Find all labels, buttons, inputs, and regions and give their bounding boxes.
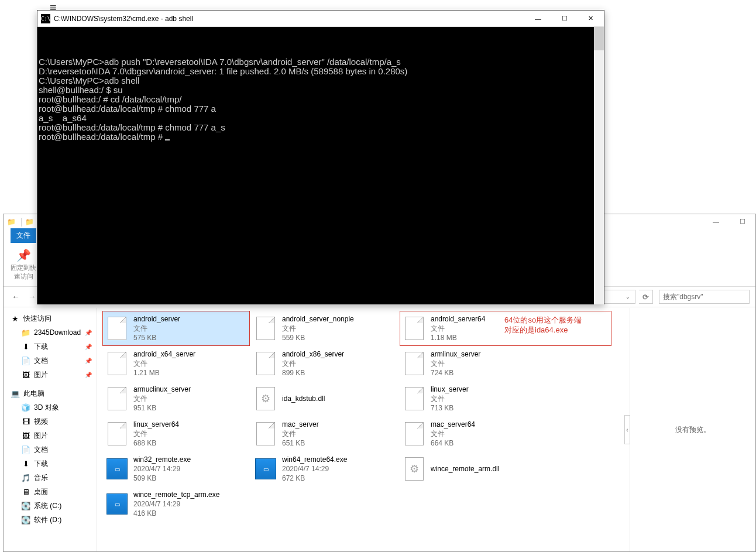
pc-icon: 💻 — [11, 389, 20, 398]
file-item[interactable]: linux_server64文件688 KB — [103, 417, 249, 451]
pin-icon: 📌 — [16, 248, 31, 262]
file-item[interactable]: android_server64文件1.18 MB64位的so用这个服务端对应的… — [400, 311, 611, 345]
sidebar-item[interactable]: ⬇下载 — [4, 457, 97, 471]
file-item[interactable]: mac_server文件651 KB — [252, 417, 398, 451]
file-icon — [404, 386, 425, 411]
sidebar-item[interactable]: 💽软件 (D:) — [4, 513, 97, 527]
pin-icon: 📌 — [85, 330, 92, 336]
preview-empty-text: 没有预览。 — [675, 425, 710, 435]
file-item[interactable]: linux_server文件713 KB — [400, 382, 611, 416]
file-name: mac_server — [282, 420, 319, 429]
item-icon: ⬇ — [21, 342, 30, 351]
cmd-window: C:\ C:\WINDOWS\system32\cmd.exe - adb sh… — [37, 10, 604, 304]
file-type: 2020/4/7 14:29 — [133, 464, 191, 474]
sidebar-this-pc[interactable]: 💻此电脑 — [4, 386, 97, 400]
sidebar-item[interactable]: 🖥桌面 — [4, 485, 97, 499]
file-name: win64_remote64.exe — [282, 455, 347, 464]
file-type: 文件 — [282, 429, 319, 438]
file-size: 713 KB — [431, 403, 469, 413]
file-type: 文件 — [133, 429, 179, 438]
file-name: linux_server — [431, 385, 469, 394]
star-icon: ★ — [11, 314, 20, 323]
file-icon — [255, 421, 276, 446]
sidebar-item[interactable]: 🎞视频 — [4, 414, 97, 428]
file-name: android_x64_server — [133, 349, 195, 359]
item-icon: 📄 — [21, 356, 30, 365]
file-size: 559 KB — [282, 333, 354, 342]
maximize-button[interactable]: ☐ — [729, 214, 755, 229]
file-item[interactable]: ▭win64_remote64.exe2020/4/7 14:29672 KB — [252, 452, 398, 486]
file-size: 1.18 MB — [431, 333, 485, 342]
pin-icon: 📌 — [85, 372, 92, 378]
cmd-title: C:\WINDOWS\system32\cmd.exe - adb shell — [54, 15, 525, 23]
sidebar: ★快速访问 📁2345Download📌⬇下载📌📄文档📌🖼图片📌 💻此电脑 🧊3… — [4, 308, 97, 551]
annotation-text: 64位的so用这个服务端对应的是ida64.exe — [504, 315, 582, 335]
sidebar-item[interactable]: 🎵音乐 — [4, 471, 97, 485]
minimize-button[interactable]: — — [703, 214, 729, 229]
cmd-scrollbar[interactable] — [594, 27, 604, 304]
file-size: 416 KB — [133, 509, 219, 518]
file-type: 文件 — [133, 359, 195, 368]
collapse-preview-button[interactable]: ‹ — [624, 415, 630, 444]
file-name: linux_server64 — [133, 420, 179, 429]
sidebar-item[interactable]: 🖼图片📌 — [4, 368, 97, 382]
sidebar-quick-access[interactable]: ★快速访问 — [4, 311, 97, 325]
item-icon: 🖥 — [21, 488, 30, 496]
cmd-titlebar[interactable]: C:\ C:\WINDOWS\system32\cmd.exe - adb sh… — [37, 11, 604, 27]
file-icon: ⚙ — [255, 386, 276, 411]
file-type: 文件 — [282, 324, 354, 333]
file-type: 2020/4/7 14:29 — [282, 464, 347, 474]
search-input[interactable] — [659, 290, 750, 304]
file-item[interactable]: mac_server64文件664 KB — [400, 417, 611, 451]
file-name: ida_kdstub.dll — [282, 394, 325, 403]
refresh-button[interactable]: ⟳ — [639, 290, 653, 304]
file-item[interactable]: ⚙wince_remote_arm.dll — [400, 452, 611, 486]
file-item[interactable]: armlinux_server文件724 KB — [400, 347, 611, 380]
file-item[interactable]: armuclinux_server文件951 KB — [103, 382, 249, 416]
item-icon: 📄 — [21, 445, 30, 454]
file-item[interactable]: ▭win32_remote.exe2020/4/7 14:29509 KB — [103, 452, 249, 486]
file-icon: ▭ — [106, 457, 128, 481]
sidebar-item[interactable]: 💽系统 (C:) — [4, 499, 97, 513]
pin-icon: 📌 — [85, 344, 92, 350]
file-name: android_server64 — [431, 314, 485, 324]
file-type: 文件 — [133, 324, 180, 333]
file-icon — [106, 386, 128, 411]
close-button[interactable]: ✕ — [578, 11, 604, 27]
file-name: mac_server64 — [431, 420, 475, 429]
sidebar-item[interactable]: 📄文档 — [4, 443, 97, 457]
sidebar-item[interactable]: ⬇下载📌 — [4, 340, 97, 354]
item-icon: 🎵 — [21, 474, 30, 482]
file-list[interactable]: android_server文件575 KBandroid_server_non… — [97, 308, 630, 551]
file-item[interactable]: ⚙ida_kdstub.dll — [252, 382, 398, 416]
item-icon: 🎞 — [21, 417, 30, 426]
item-icon: 🧊 — [21, 403, 30, 412]
folder-icon: 📁 — [25, 218, 34, 226]
maximize-button[interactable]: ☐ — [551, 11, 578, 27]
file-size: 951 KB — [133, 403, 191, 413]
file-name: android_server — [133, 314, 180, 324]
file-size: 651 KB — [282, 438, 319, 448]
file-item[interactable]: android_x64_server文件1.21 MB — [103, 347, 249, 380]
sidebar-item[interactable]: 📁2345Download📌 — [4, 325, 97, 340]
back-button[interactable]: ← — [9, 290, 22, 303]
file-item[interactable]: ▭wince_remote_tcp_arm.exe2020/4/7 14:294… — [103, 487, 249, 521]
file-icon — [106, 421, 128, 446]
file-type: 文件 — [133, 394, 191, 403]
file-item[interactable]: android_server_nonpie文件559 KB — [252, 311, 398, 345]
address-dropdown[interactable]: ⌄ — [623, 294, 633, 300]
minimize-button[interactable]: — — [525, 11, 551, 27]
file-item[interactable]: android_server文件575 KB — [103, 311, 249, 345]
sidebar-item[interactable]: 🧊3D 对象 — [4, 400, 97, 414]
sidebar-item[interactable]: 🖼图片 — [4, 428, 97, 443]
file-name: wince_remote_tcp_arm.exe — [133, 490, 219, 499]
file-name: win32_remote.exe — [133, 455, 191, 464]
cmd-output[interactable]: C:\Users\MyPC>adb push "D:\reversetool\I… — [37, 27, 604, 304]
sidebar-item[interactable]: 📄文档📌 — [4, 354, 97, 368]
file-icon — [255, 316, 276, 341]
file-name: android_x86_server — [282, 349, 344, 359]
file-item[interactable]: android_x86_server文件899 KB — [252, 347, 398, 380]
ribbon-tab-file[interactable]: 文件 — [11, 228, 36, 243]
file-size: 688 KB — [133, 438, 179, 448]
file-type: 文件 — [431, 324, 485, 333]
